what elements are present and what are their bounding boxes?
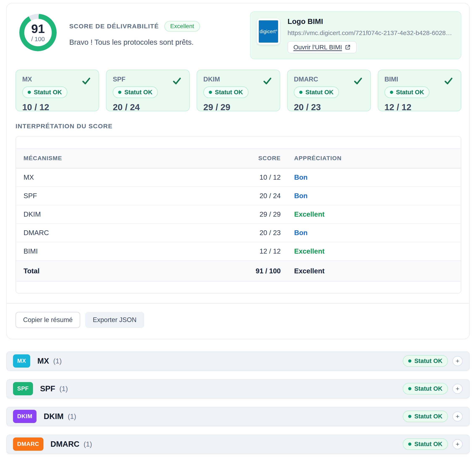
status-card-score: 29 / 29 xyxy=(203,102,273,112)
expand-section-button[interactable]: + xyxy=(452,356,463,366)
status-dot-icon xyxy=(28,91,31,94)
plus-icon: + xyxy=(456,386,459,392)
protocol-status-cards: MX Statut OK 10 / 12 SPF Statut OK 20 / … xyxy=(16,70,461,111)
status-card-bimi: BIMI Statut OK 12 / 12 xyxy=(378,70,461,111)
section-count: (1) xyxy=(84,440,92,448)
section-row-dmarc[interactable]: DMARC DMARC (1) Statut OK + xyxy=(6,435,470,454)
status-card-dmarc: DMARC Statut OK 20 / 23 xyxy=(287,70,371,111)
column-header-score: SCORE xyxy=(232,148,280,168)
plus-icon: + xyxy=(456,358,459,364)
table-row: MX 10 / 12 Bon xyxy=(16,168,461,187)
section-row-dkim[interactable]: DKIM DKIM (1) Statut OK + xyxy=(6,407,470,426)
status-dot-icon xyxy=(118,91,121,94)
protocol-badge: SPF xyxy=(13,382,33,395)
bimi-logo-card: digicert® Logo BIMI https://vmc.digicert… xyxy=(250,11,461,59)
open-bimi-url-button[interactable]: Ouvrir l'URL BIMI xyxy=(288,41,357,53)
section-row-mx[interactable]: MX MX (1) Statut OK + xyxy=(6,351,470,371)
check-icon xyxy=(81,76,91,86)
status-badge: Statut OK xyxy=(403,383,448,394)
interpretation-table-container: MÉCANISME SCORE APPRÉCIATION MX 10 / 12 … xyxy=(16,136,461,293)
table-row: BIMI 12 / 12 Excellent xyxy=(16,242,461,261)
check-icon xyxy=(263,76,272,86)
plus-icon: + xyxy=(456,413,459,420)
protocol-badge: DMARC xyxy=(13,437,43,451)
status-badge: Statut OK xyxy=(403,355,448,367)
external-link-icon xyxy=(345,44,351,50)
status-dot-icon xyxy=(209,91,212,94)
table-row: DKIM 29 / 29 Excellent xyxy=(16,205,461,223)
bimi-logo-frame: digicert® xyxy=(257,18,280,44)
score-section: 91 / 100 SCORE DE DÉLIVRABILITÉ Excellen… xyxy=(16,11,200,51)
expand-section-button[interactable]: + xyxy=(452,439,463,449)
status-badge: Statut OK xyxy=(294,86,339,98)
status-badge: Statut OK xyxy=(203,86,248,98)
export-json-button[interactable]: Exporter JSON xyxy=(85,312,144,328)
status-dot-icon xyxy=(408,415,411,418)
status-badge: Statut OK xyxy=(384,86,430,98)
status-badge: Statut OK xyxy=(22,86,67,98)
status-badge: Statut OK xyxy=(403,438,448,450)
expand-section-button[interactable]: + xyxy=(452,411,463,422)
section-title: DKIM xyxy=(44,412,64,421)
column-header-mechanism: MÉCANISME xyxy=(16,148,232,168)
check-icon xyxy=(172,76,182,86)
protocol-badge: DKIM xyxy=(13,410,36,423)
section-title: DMARC xyxy=(51,440,80,449)
status-badge: Statut OK xyxy=(403,411,448,422)
status-card-score: 20 / 23 xyxy=(294,102,364,112)
table-total-row: Total 91 / 100 Excellent xyxy=(16,261,461,282)
interpretation-heading: INTERPRÉTATION DU SCORE xyxy=(16,123,461,130)
interpretation-table: MÉCANISME SCORE APPRÉCIATION MX 10 / 12 … xyxy=(16,148,461,282)
status-card-score: 20 / 24 xyxy=(113,102,183,112)
score-donut xyxy=(19,14,57,51)
section-count: (1) xyxy=(68,412,76,420)
status-dot-icon xyxy=(408,387,411,390)
table-row: DMARC 20 / 23 Bon xyxy=(16,223,461,242)
status-card-spf: SPF Statut OK 20 / 24 xyxy=(106,70,189,111)
status-dot-icon xyxy=(408,359,411,363)
protocol-badge: MX xyxy=(13,354,30,367)
expand-section-button[interactable]: + xyxy=(452,384,463,394)
status-card-dkim: DKIM Statut OK 29 / 29 xyxy=(197,70,280,111)
table-header-row: MÉCANISME SCORE APPRÉCIATION xyxy=(16,148,461,168)
column-header-appreciation: APPRÉCIATION xyxy=(280,148,461,168)
status-dot-icon xyxy=(390,91,393,94)
protocol-sections-list: MX MX (1) Statut OK + SPF SPF (1) Statut… xyxy=(6,351,470,461)
section-title: MX xyxy=(37,357,49,366)
bimi-card-title: Logo BIMI xyxy=(288,17,455,26)
score-message: Bravo ! Tous les protocoles sont prêts. xyxy=(69,38,200,46)
status-dot-icon xyxy=(299,91,302,94)
deliverability-summary-card: 91 / 100 SCORE DE DÉLIVRABILITÉ Excellen… xyxy=(6,3,470,339)
status-dot-icon xyxy=(408,443,411,446)
section-count: (1) xyxy=(53,357,62,365)
digicert-logo: digicert® xyxy=(259,20,278,43)
copy-summary-button[interactable]: Copier le résumé xyxy=(16,312,80,328)
digicert-logo-text: digicert xyxy=(260,29,276,34)
plus-icon: + xyxy=(456,441,459,447)
section-row-spf[interactable]: SPF SPF (1) Statut OK + xyxy=(6,379,470,398)
score-grade-badge: Excellent xyxy=(164,21,200,32)
section-count: (1) xyxy=(60,385,68,393)
bimi-url: https://vmc.digicert.com/721f074c-2137-4… xyxy=(288,29,455,36)
section-title: SPF xyxy=(40,384,55,393)
check-icon xyxy=(353,76,363,86)
score-label: SCORE DE DÉLIVRABILITÉ xyxy=(69,23,159,30)
digicert-reg-mark: ® xyxy=(276,29,277,32)
table-row: SPF 20 / 24 Bon xyxy=(16,187,461,205)
open-bimi-url-label: Ouvrir l'URL BIMI xyxy=(293,44,342,51)
status-card-score: 10 / 12 xyxy=(22,102,92,112)
status-badge: Statut OK xyxy=(113,86,158,98)
status-card-score: 12 / 12 xyxy=(384,102,455,112)
card-footer: Copier le résumé Exporter JSON xyxy=(7,303,469,339)
status-card-mx: MX Statut OK 10 / 12 xyxy=(16,70,99,111)
check-icon xyxy=(444,76,453,86)
